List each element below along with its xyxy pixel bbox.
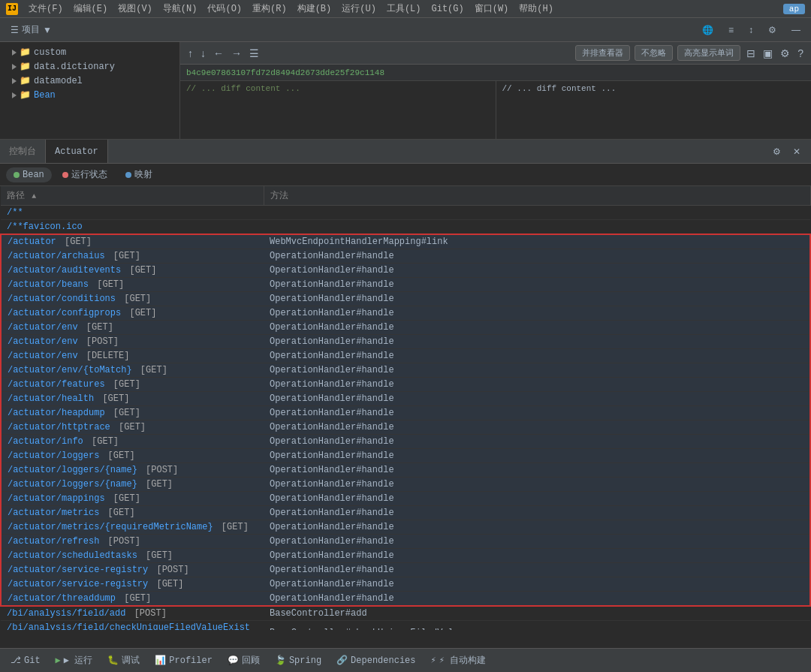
- table-row[interactable]: /bi/analysis/field/checkUniqueFiledValue…: [1, 621, 810, 631]
- table-row[interactable]: /actuator/env [GET]OperationHandler#hand…: [1, 321, 810, 335]
- path-cell: /actuator/loggers/{name} [POST]: [1, 463, 264, 478]
- menu-nav[interactable]: 导航(N): [163, 2, 197, 15]
- table-row[interactable]: /actuator/loggers/{name} [POST]Operation…: [1, 463, 810, 478]
- run-btn[interactable]: ▶ ▶ 运行: [51, 652, 98, 668]
- path-cell: /actuator/metrics/{requiredMetricName} […: [1, 520, 264, 535]
- table-row[interactable]: /actuator/info [GET]OperationHandler#han…: [1, 435, 810, 449]
- minimize-btn[interactable]: —: [787, 23, 805, 37]
- table-row[interactable]: /actuator/metrics [GET]OperationHandler#…: [1, 506, 810, 520]
- run-icon: ▶: [56, 655, 61, 666]
- panel-close-btn[interactable]: ✕: [788, 145, 805, 158]
- diff-settings-btn[interactable]: ⚙: [779, 47, 791, 59]
- table-row[interactable]: /actuator/metrics/{requiredMetricName} […: [1, 520, 810, 535]
- table-row[interactable]: /bi/analysis/field/add [POST]BaseControl…: [1, 606, 810, 621]
- bean-tab-label: Bean: [23, 170, 44, 180]
- table-row[interactable]: /actuator/mappings [GET]OperationHandler…: [1, 492, 810, 506]
- table-row[interactable]: /actuator/configprops [GET]OperationHand…: [1, 306, 810, 321]
- hamburger-icon: ☰: [11, 25, 19, 35]
- split-btn[interactable]: ↕: [744, 23, 758, 37]
- file-tree-item[interactable]: 📁 datamodel: [0, 74, 179, 88]
- tab-actuator[interactable]: Actuator: [46, 140, 108, 163]
- dependencies-btn[interactable]: 🔗 Dependencies: [332, 653, 420, 667]
- table-row[interactable]: /actuator/auditevents [GET]OperationHand…: [1, 264, 810, 278]
- highlight-btn[interactable]: 高亮显示单词: [677, 45, 740, 61]
- split-icon[interactable]: ⊟: [745, 47, 757, 59]
- handler-cell: OperationHandler#handle: [264, 435, 810, 449]
- debug-btn[interactable]: 🐛 调试: [103, 652, 144, 668]
- git-btn[interactable]: ⎇ Git: [6, 653, 45, 667]
- actuator-tab-mapping[interactable]: 映射: [118, 166, 160, 183]
- feedback-btn[interactable]: 💬 回顾: [223, 652, 264, 668]
- table-row[interactable]: /actuator/httptrace [GET]OperationHandle…: [1, 420, 810, 435]
- actuator-tab-bean[interactable]: Bean: [6, 167, 52, 182]
- table-row[interactable]: /actuator/features [GET]OperationHandler…: [1, 378, 810, 392]
- handler-cell: OperationHandler#handle: [264, 335, 810, 349]
- table-row[interactable]: /actuator/health [GET]OperationHandler#h…: [1, 392, 810, 406]
- menu-git[interactable]: Git(G): [431, 4, 463, 14]
- auto-build-btn[interactable]: ⚡ ⚡ 自动构建: [427, 652, 491, 668]
- handler-cell: OperationHandler#handle: [264, 563, 810, 577]
- menu-window[interactable]: 窗口(W): [475, 2, 509, 15]
- panel-settings-btn[interactable]: ⚙: [768, 145, 785, 158]
- compare-btn[interactable]: 并排查看器: [575, 45, 630, 61]
- bean-dot: [14, 172, 20, 178]
- table-row[interactable]: /actuator/env/{toMatch} [GET]OperationHa…: [1, 363, 810, 378]
- table-row[interactable]: /actuator/refresh [POST]OperationHandler…: [1, 535, 810, 549]
- menu-view[interactable]: 视图(V): [118, 2, 152, 15]
- file-tree-item-bean[interactable]: 📁 Bean: [0, 88, 179, 102]
- columns-icon[interactable]: ▣: [761, 47, 774, 59]
- table-row[interactable]: /actuator/beans [GET]OperationHandler#ha…: [1, 278, 810, 292]
- ignore-btn[interactable]: 不忽略: [635, 45, 673, 61]
- diff-help-btn[interactable]: ?: [796, 47, 805, 59]
- menu-run[interactable]: 运行(U): [342, 2, 376, 15]
- path-cell: /actuator/env [DELETE]: [1, 349, 264, 363]
- scroll-right-btn[interactable]: →: [230, 47, 243, 59]
- table-row[interactable]: /actuator/env [DELETE]OperationHandler#h…: [1, 349, 810, 363]
- folder-icon: 📁: [20, 61, 31, 72]
- table-row[interactable]: /actuator/threaddump [GET]OperationHandl…: [1, 592, 810, 607]
- actuator-tab-status[interactable]: 运行状态: [55, 166, 115, 183]
- col-method-header[interactable]: 方法: [264, 186, 810, 206]
- localize-btn[interactable]: 🌐: [698, 23, 718, 37]
- scroll-left-btn[interactable]: ←: [212, 47, 225, 59]
- table-row[interactable]: /actuator/archaius [GET]OperationHandler…: [1, 249, 810, 264]
- table-row[interactable]: /**: [1, 206, 810, 220]
- menu-tools[interactable]: 工具(L): [387, 2, 421, 15]
- menu-code[interactable]: 代码(O): [207, 2, 242, 15]
- menu-build[interactable]: 构建(B): [297, 2, 332, 15]
- mapping-table: 路径 ▲ 方法 /**/**favicon.ico/actuator [GET]…: [0, 186, 811, 630]
- menu-help[interactable]: 帮助(H): [519, 2, 553, 15]
- handler-cell: BaseController#checkUniqueFiledValue: [264, 621, 810, 631]
- scroll-up-btn[interactable]: ↑: [186, 47, 194, 59]
- handler-cell: OperationHandler#handle: [264, 592, 810, 607]
- lines-btn[interactable]: ☰: [248, 47, 261, 59]
- file-tree-item[interactable]: 📁 custom: [0, 45, 179, 59]
- table-row[interactable]: /actuator/heapdump [GET]OperationHandler…: [1, 406, 810, 420]
- file-tree-item[interactable]: 📁 data.dictionary: [0, 59, 179, 74]
- path-cell: /actuator/scheduledtasks [GET]: [1, 549, 264, 563]
- align-btn[interactable]: ≡: [724, 23, 738, 37]
- menu-file[interactable]: 文件(F): [29, 2, 63, 15]
- scroll-down-btn[interactable]: ↓: [199, 47, 207, 59]
- table-row[interactable]: /actuator/service-registry [POST]Operati…: [1, 563, 810, 577]
- table-row[interactable]: /actuator/loggers/{name} [GET]OperationH…: [1, 478, 810, 492]
- table-row[interactable]: /actuator/conditions [GET]OperationHandl…: [1, 292, 810, 306]
- table-row[interactable]: /actuator/loggers [GET]OperationHandler#…: [1, 449, 810, 463]
- project-toggle[interactable]: ☰ 项目 ▼: [6, 22, 56, 38]
- profiler-btn[interactable]: 📊 Profiler: [150, 653, 217, 667]
- settings-btn[interactable]: ⚙: [764, 23, 781, 37]
- spring-btn[interactable]: 🍃 Spring: [270, 653, 326, 667]
- tab-console[interactable]: 控制台: [0, 140, 46, 163]
- menu-edit[interactable]: 编辑(E): [74, 2, 108, 15]
- table-row[interactable]: /actuator [GET]WebMvcEndpointHandlerMapp…: [1, 234, 810, 249]
- table-row[interactable]: /actuator/env [POST]OperationHandler#han…: [1, 335, 810, 349]
- handler-cell: OperationHandler#handle: [264, 349, 810, 363]
- col-path-header[interactable]: 路径 ▲: [1, 186, 264, 206]
- table-row[interactable]: /actuator/scheduledtasks [GET]OperationH…: [1, 549, 810, 563]
- folder-label: custom: [34, 47, 66, 58]
- menu-refactor[interactable]: 重构(R): [252, 2, 287, 15]
- mapping-table-container[interactable]: 路径 ▲ 方法 /**/**favicon.ico/actuator [GET]…: [0, 186, 811, 630]
- handler-cell: OperationHandler#handle: [264, 321, 810, 335]
- table-row[interactable]: /**favicon.ico: [1, 220, 810, 235]
- table-row[interactable]: /actuator/service-registry [GET]Operatio…: [1, 577, 810, 592]
